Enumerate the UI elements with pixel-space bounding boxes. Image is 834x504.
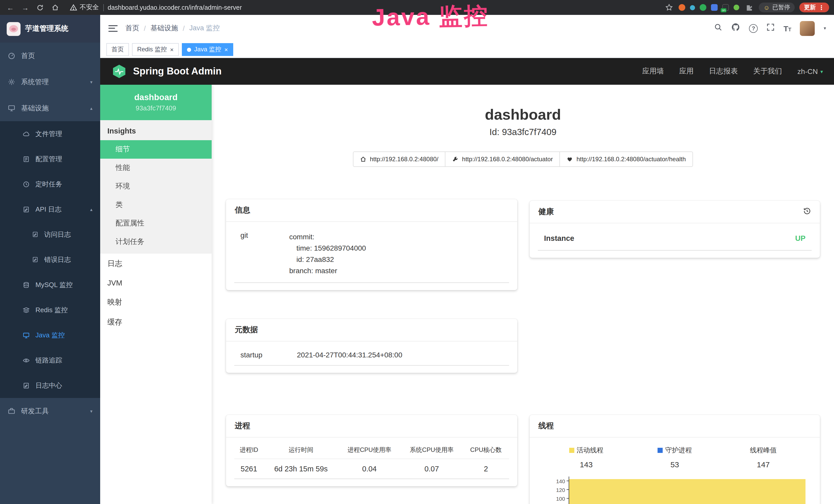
sba-nav-wallboard[interactable]: 应用墙 xyxy=(642,67,664,76)
metadata-startup-row: startup 2021-04-27T00:44:31.254+08:00 xyxy=(234,345,509,366)
extension-icon-green[interactable] xyxy=(700,4,706,11)
home-icon[interactable] xyxy=(50,2,60,13)
tab-redis-monitor[interactable]: Redis 监控 × xyxy=(132,43,179,56)
sba-navbar: Spring Boot Admin 应用墙 应用 日志报表 关于我们 zh-CN… xyxy=(100,58,834,85)
sba-item-caches[interactable]: 缓存 xyxy=(100,312,212,332)
sba-nav-applications[interactable]: 应用 xyxy=(679,67,694,76)
profile-paused-badge[interactable]: ☺ 已暂停 xyxy=(759,3,795,12)
locale-selector[interactable]: zh-CN ▾ xyxy=(797,67,823,75)
puzzle-extension-icon[interactable] xyxy=(744,2,754,13)
sidebar-item-scheduled-job[interactable]: 定时任务 xyxy=(0,171,100,197)
chevron-down-icon: ▾ xyxy=(90,79,92,85)
breadcrumb: 首页 / 基础设施 / Java 监控 xyxy=(125,24,220,33)
sba-item-environment[interactable]: 环境 xyxy=(100,177,212,196)
sidebar-item-java-monitor[interactable]: Java 监控 xyxy=(0,322,100,348)
cloud-icon xyxy=(23,130,30,137)
instance-url-link[interactable]: http://192.168.0.2:48080/ xyxy=(353,152,446,167)
sba-app-header[interactable]: dashboard 93a3fc7f7409 xyxy=(100,85,212,120)
sidebar-item-log-center[interactable]: 日志中心 xyxy=(0,373,100,398)
col-cores: CPU核心数 xyxy=(463,441,509,459)
active-threads-area xyxy=(569,479,806,504)
sba-item-loggers[interactable]: 日志 xyxy=(100,254,212,274)
col-pid: 进程ID xyxy=(234,441,264,459)
close-icon[interactable]: × xyxy=(224,46,228,53)
sidebar-item-error-log[interactable]: 错误日志 xyxy=(0,247,100,272)
proxy-extension-icon[interactable]: on xyxy=(722,4,729,11)
chevron-up-icon: ▴ xyxy=(90,106,92,111)
sys-cpu-value: 0.07 xyxy=(400,459,463,479)
tab-home[interactable]: 首页 xyxy=(106,43,129,56)
sba-item-mappings[interactable]: 映射 xyxy=(100,292,212,312)
log-doc-icon xyxy=(32,256,39,263)
back-icon[interactable]: ← xyxy=(5,2,16,13)
font-size-icon[interactable]: TT xyxy=(784,24,791,32)
process-card: 进程 进程ID 运行时间 进程CPU使用率 系统CPU使用率 CPU核心数 xyxy=(226,415,517,486)
search-icon[interactable] xyxy=(714,23,722,33)
chart-y-axis: 140 120 100 xyxy=(551,477,569,504)
sidebar-item-redis-monitor[interactable]: Redis 监控 xyxy=(0,297,100,322)
hamburger-icon[interactable] xyxy=(108,25,118,31)
extension-icon-blue-grid[interactable] xyxy=(711,4,718,11)
sba-nav-journal[interactable]: 日志报表 xyxy=(709,67,738,76)
breadcrumb-infra[interactable]: 基础设施 xyxy=(151,24,178,33)
instance-links: http://192.168.0.2:48080/ http://192.168… xyxy=(212,152,834,167)
url-text[interactable]: dashboard.yudao.iocoder.cn/infra/admin-s… xyxy=(108,4,242,11)
main-content: dashboard Id: 93a3fc7f7409 http://192.16… xyxy=(212,85,834,504)
sba-nav-about[interactable]: 关于我们 xyxy=(753,67,782,76)
sba-item-jvm[interactable]: JVM xyxy=(100,274,212,292)
forward-icon[interactable]: → xyxy=(20,2,30,13)
sidebar-item-file-manage[interactable]: 文件管理 xyxy=(0,121,100,146)
legend-daemon-threads: 守护进程 53 xyxy=(631,446,719,469)
threads-card-title: 线程 xyxy=(530,415,820,437)
extension-icon-teal[interactable] xyxy=(690,5,695,10)
tab-java-monitor[interactable]: Java 监控 × xyxy=(182,43,233,56)
user-avatar[interactable] xyxy=(800,21,815,36)
sidebar-item-api-log[interactable]: API 日志 ▴ xyxy=(0,197,100,222)
app-title: 芋道管理系统 xyxy=(25,24,68,33)
sba-brand[interactable]: Spring Boot Admin xyxy=(133,66,222,77)
dashboard-icon xyxy=(8,52,16,60)
metadata-card: 元数据 startup 2021-04-27T00:44:31.254+08:0… xyxy=(226,319,517,373)
github-icon[interactable] xyxy=(731,23,740,34)
help-icon[interactable]: ? xyxy=(749,24,758,32)
address-bar[interactable]: 不安全 dashboard.yudao.iocoder.cn/infra/adm… xyxy=(65,2,659,13)
col-sys-cpu: 系统CPU使用率 xyxy=(400,441,463,459)
fullscreen-icon[interactable] xyxy=(766,23,775,33)
app-logo[interactable]: 芋道管理系统 xyxy=(0,15,100,43)
history-icon[interactable] xyxy=(803,207,811,217)
sba-item-classes[interactable]: 类 xyxy=(100,196,212,214)
sidebar-item-devtools[interactable]: 研发工具 ▾ xyxy=(0,398,100,424)
bookmark-star-icon[interactable] xyxy=(664,2,674,13)
sidebar-item-infra[interactable]: 基础设施 ▴ xyxy=(0,95,100,121)
sba-item-metrics[interactable]: 性能 xyxy=(100,159,212,177)
extension-icon-leaf[interactable] xyxy=(733,5,739,10)
database-icon xyxy=(23,281,30,288)
sidebar-item-mysql-monitor[interactable]: MySQL 监控 xyxy=(0,272,100,297)
toolbox-icon xyxy=(8,407,16,415)
breadcrumb-home[interactable]: 首页 xyxy=(125,24,139,33)
sba-item-scheduled-tasks[interactable]: 计划任务 xyxy=(100,233,212,251)
update-button[interactable]: 更新 ⋮ xyxy=(799,3,829,12)
sidebar-item-system[interactable]: 系统管理 ▾ xyxy=(0,69,100,95)
sba-item-config-props[interactable]: 配置属性 xyxy=(100,214,212,233)
col-uptime: 运行时间 xyxy=(264,441,338,459)
gear-icon xyxy=(8,78,16,86)
metadata-key: startup xyxy=(240,351,297,359)
uptime-value: 6d 23h 15m 59s xyxy=(264,459,338,479)
avatar-caret-icon[interactable]: ▾ xyxy=(824,26,826,31)
sidebar-item-config-manage[interactable]: 配置管理 xyxy=(0,146,100,171)
warning-icon xyxy=(70,4,77,11)
sidebar-item-home[interactable]: 首页 xyxy=(0,43,100,69)
extension-icon-orange[interactable] xyxy=(679,4,685,11)
health-link[interactable]: http://192.168.0.2:48080/actuator/health xyxy=(559,152,693,167)
close-icon[interactable]: × xyxy=(170,46,174,53)
health-instance-row: Instance UP xyxy=(538,226,812,251)
security-chip[interactable]: 不安全 xyxy=(70,3,99,12)
sidebar-item-access-log[interactable]: 访问日志 xyxy=(0,222,100,247)
reload-icon[interactable] xyxy=(35,2,45,13)
sidebar-item-trace[interactable]: 链路追踪 xyxy=(0,348,100,373)
actuator-link[interactable]: http://192.168.0.2:48080/actuator xyxy=(445,152,560,167)
browser-menu-icon[interactable]: ⋮ xyxy=(818,4,825,11)
sba-item-details[interactable]: 细节 xyxy=(100,140,212,159)
daemon-threads-swatch xyxy=(658,448,663,453)
